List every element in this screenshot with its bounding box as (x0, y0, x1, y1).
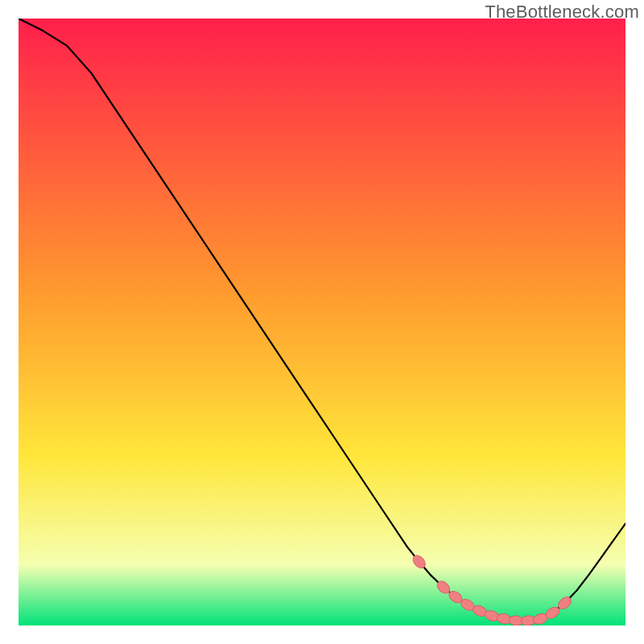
chart-area (19, 19, 625, 625)
watermark-text: TheBottleneck.com (485, 2, 639, 23)
chart-svg (19, 19, 625, 625)
gradient-background (19, 19, 625, 625)
